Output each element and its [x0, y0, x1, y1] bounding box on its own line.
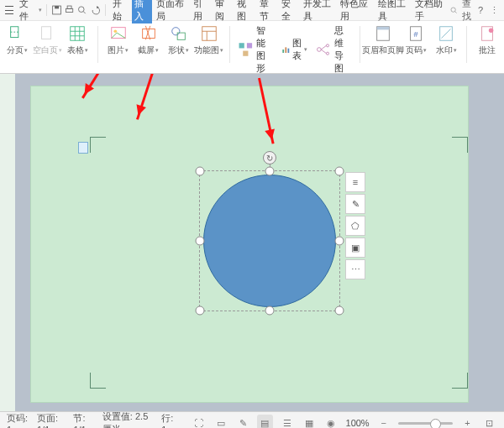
find-label: 查找	[462, 0, 471, 23]
fit-icon[interactable]: ▭	[213, 415, 228, 428]
shadow-tool[interactable]: ▣	[345, 237, 365, 258]
hamburger-icon[interactable]	[5, 6, 13, 14]
tab-review[interactable]: 审阅	[213, 0, 233, 23]
svg-point-22	[171, 28, 179, 35]
svg-rect-30	[282, 50, 284, 53]
tab-dev[interactable]: 开发工具	[301, 0, 336, 23]
tab-insert[interactable]: 插入	[132, 0, 152, 23]
view-read-icon[interactable]: ◉	[323, 415, 339, 428]
arrow-annotation	[258, 78, 275, 144]
svg-rect-1	[55, 6, 59, 8]
btn-function[interactable]: 功能图▾	[197, 24, 221, 56]
shape-tool-panel: ≡ ✎ ⬠ ▣ ⋯	[345, 172, 365, 279]
view-web-icon[interactable]: ▦	[302, 415, 317, 428]
btn-blank-page[interactable]: 空白页▾	[35, 24, 59, 56]
btn-chart[interactable]: 图表▾	[281, 24, 308, 75]
svg-point-34	[327, 44, 329, 47]
svg-rect-24	[202, 27, 216, 41]
menu-file[interactable]: 文件	[17, 0, 37, 23]
tab-view[interactable]: 视图	[234, 0, 255, 23]
svg-line-52	[442, 29, 451, 39]
margin-corner-icon	[90, 137, 106, 153]
print-icon[interactable]	[64, 3, 75, 17]
save-icon[interactable]	[51, 3, 62, 17]
status-indent[interactable]: 设置值: 2.5厘米	[102, 410, 155, 428]
style-tool[interactable]: ✎	[345, 194, 365, 214]
svg-rect-27	[239, 43, 244, 48]
shape-selection[interactable]: ↻	[199, 170, 340, 311]
svg-rect-28	[247, 43, 252, 48]
svg-point-35	[327, 52, 329, 55]
resize-handle[interactable]	[335, 306, 344, 316]
circle-shape[interactable]	[203, 175, 336, 307]
svg-point-4	[79, 7, 85, 13]
btn-watermark[interactable]: 水印▾	[434, 24, 458, 56]
svg-rect-32	[287, 49, 289, 53]
btn-picture[interactable]: 图片▾	[107, 24, 130, 56]
btn-page-break[interactable]: 分页▾	[5, 24, 29, 56]
resize-handle[interactable]	[196, 167, 205, 176]
fullscreen-icon[interactable]: ⛶	[191, 415, 206, 428]
svg-point-33	[318, 48, 322, 52]
tab-assist[interactable]: 文档助手	[412, 0, 448, 23]
more-tool[interactable]: ⋯	[345, 259, 365, 279]
margin-corner-icon	[452, 373, 468, 389]
page-content: ↻ ≡ ✎ ⬠ ▣ ⋯	[90, 137, 468, 389]
zoom-out[interactable]: −	[376, 415, 391, 428]
status-page[interactable]: 页码: 1	[7, 412, 30, 429]
svg-line-5	[84, 12, 86, 13]
zoom-in[interactable]: +	[459, 415, 475, 428]
svg-point-7	[451, 8, 455, 12]
tab-security[interactable]: 安全	[279, 0, 299, 23]
btn-screenshot[interactable]: 截屏▾	[137, 24, 160, 56]
find-group[interactable]: 查找 ?⋮	[449, 0, 499, 23]
btn-pageno[interactable]: # 页码▾	[404, 24, 428, 56]
tab-draw[interactable]: 绘图工具	[375, 0, 411, 23]
btn-table[interactable]: 表格▾	[66, 24, 89, 56]
view-outline-icon[interactable]: ☰	[280, 415, 295, 428]
btn-header[interactable]: 页眉和页脚	[369, 24, 398, 56]
fill-tool[interactable]: ⬠	[345, 216, 365, 236]
status-pages[interactable]: 页面: 1/1	[37, 412, 66, 429]
canvas: ↻ ≡ ✎ ⬠ ▣ ⋯	[0, 74, 504, 411]
resize-handle[interactable]	[335, 167, 344, 176]
resize-handle[interactable]	[335, 237, 344, 246]
arrow-annotation	[136, 74, 163, 120]
ribbon: 分页▾ 空白页▾ 表格▾ 图片▾ 截屏▾ 形状▾ 功能图▾ 智能图形 图表▾ 思…	[0, 21, 504, 74]
fit-page-icon[interactable]: ⊡	[482, 415, 497, 428]
undo-icon[interactable]	[90, 3, 101, 17]
svg-line-37	[322, 50, 327, 54]
btn-shapes[interactable]: 形状▾	[167, 24, 191, 56]
layout-tool[interactable]: ≡	[345, 172, 365, 192]
tab-feature[interactable]: 特色应用	[338, 0, 373, 23]
btn-smart[interactable]: 智能图形	[238, 24, 272, 75]
resize-handle[interactable]	[196, 237, 205, 246]
status-section[interactable]: 节: 1/1	[73, 412, 95, 429]
statusbar: 页码: 1 页面: 1/1 节: 1/1 设置值: 2.5厘米 行: 1 ⛶ ▭…	[0, 411, 504, 428]
status-line[interactable]: 行: 1	[161, 412, 177, 429]
resize-handle[interactable]	[196, 306, 205, 316]
btn-comment[interactable]: 批注	[475, 24, 499, 56]
zoom-label[interactable]: 100%	[346, 418, 370, 428]
resize-handle[interactable]	[265, 167, 275, 176]
svg-rect-11	[42, 27, 51, 39]
chevron-down-icon: ▾	[39, 7, 42, 13]
margin-corner-icon	[90, 373, 106, 389]
tab-section[interactable]: 章节	[257, 0, 277, 23]
svg-rect-12	[71, 27, 85, 41]
page[interactable]: ↻ ≡ ✎ ⬠ ▣ ⋯	[30, 86, 469, 403]
svg-rect-29	[244, 51, 249, 56]
zoom-slider[interactable]	[398, 422, 453, 425]
tab-start[interactable]: 开始	[110, 0, 130, 23]
view-print-icon[interactable]: ▤	[257, 415, 272, 428]
svg-line-36	[322, 45, 327, 50]
tab-layout[interactable]: 页面布局	[154, 0, 189, 23]
rotate-handle[interactable]: ↻	[263, 151, 276, 164]
svg-rect-2	[66, 8, 73, 12]
edit-icon[interactable]: ✎	[235, 415, 250, 428]
tab-reference[interactable]: 引用	[191, 0, 211, 23]
resize-handle[interactable]	[265, 306, 275, 316]
preview-icon[interactable]	[76, 3, 87, 17]
anchor-icon	[78, 142, 88, 154]
btn-mind[interactable]: 思维导图	[316, 24, 350, 75]
